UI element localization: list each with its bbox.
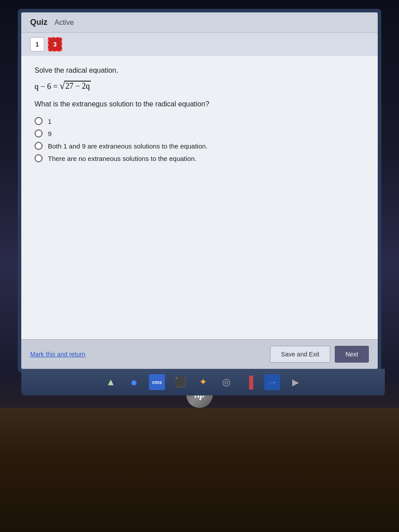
badge-row: 1 3 [21, 33, 378, 56]
options-list: 1 9 Both 1 and 9 are extraneous solution… [35, 117, 364, 162]
cms-icon[interactable]: cms [149, 374, 165, 390]
mark-return-link[interactable]: Mark this and return [30, 351, 86, 358]
sub-question: What is the extranequs solution to the r… [35, 100, 364, 108]
option-label-3: Both 1 and 9 are extraneous solutions to… [48, 142, 207, 150]
sqrt-radicand: 27 − 2q [64, 81, 90, 91]
outer-frame: Quiz Active 1 3 Solve the radical equati… [0, 0, 399, 532]
option-item-3[interactable]: Both 1 and 9 are extraneous solutions to… [35, 142, 364, 150]
quiz-status: Active [55, 19, 74, 27]
save-exit-button[interactable]: Save and Exit [270, 346, 330, 363]
play-icon[interactable]: ▶ [287, 374, 303, 390]
camera-icon[interactable]: ⬛ [172, 374, 188, 390]
option-label-4: There are no extraneous solutions to the… [48, 155, 196, 162]
question-badge-3[interactable]: 3 [48, 37, 62, 51]
radio-3[interactable] [35, 142, 43, 150]
taskbar: ▲ ● cms ⬛ ✦ ◎ ▐ → ▶ [21, 369, 385, 395]
triangle-icon[interactable]: ▲ [103, 374, 119, 390]
quiz-container: Quiz Active 1 3 Solve the radical equati… [21, 12, 378, 369]
screen-area: Quiz Active 1 3 Solve the radical equati… [18, 9, 381, 372]
action-bar: Mark this and return Save and Exit Next [21, 339, 378, 369]
question-area: Solve the radical equation. q − 6 = √ 27… [21, 56, 378, 339]
next-button[interactable]: Next [335, 346, 369, 363]
mic-icon[interactable]: ◎ [218, 374, 234, 390]
arrow-right-icon[interactable]: → [264, 374, 280, 390]
equation-display: q − 6 = √ 27 − 2q [35, 81, 364, 91]
action-buttons: Save and Exit Next [270, 346, 369, 363]
option-item-2[interactable]: 9 [35, 129, 364, 137]
chrome-icon[interactable]: ● [126, 374, 142, 390]
quiz-header: Quiz Active [21, 12, 378, 33]
question-badge-1[interactable]: 1 [30, 37, 44, 51]
radio-2[interactable] [35, 129, 43, 137]
quiz-title: Quiz [30, 18, 47, 27]
bookmark-icon[interactable]: ▐ [241, 374, 257, 390]
option-item-4[interactable]: There are no extraneous solutions to the… [35, 154, 364, 162]
question-instruction: Solve the radical equation. [35, 66, 364, 74]
option-label-1: 1 [48, 117, 51, 125]
bottom-area [0, 408, 399, 532]
option-label-2: 9 [48, 130, 51, 137]
ninja-icon[interactable]: ✦ [195, 374, 211, 390]
option-item-1[interactable]: 1 [35, 117, 364, 125]
radio-4[interactable] [35, 154, 43, 162]
sqrt-wrapper: √ 27 − 2q [59, 81, 90, 91]
radio-1[interactable] [35, 117, 43, 125]
